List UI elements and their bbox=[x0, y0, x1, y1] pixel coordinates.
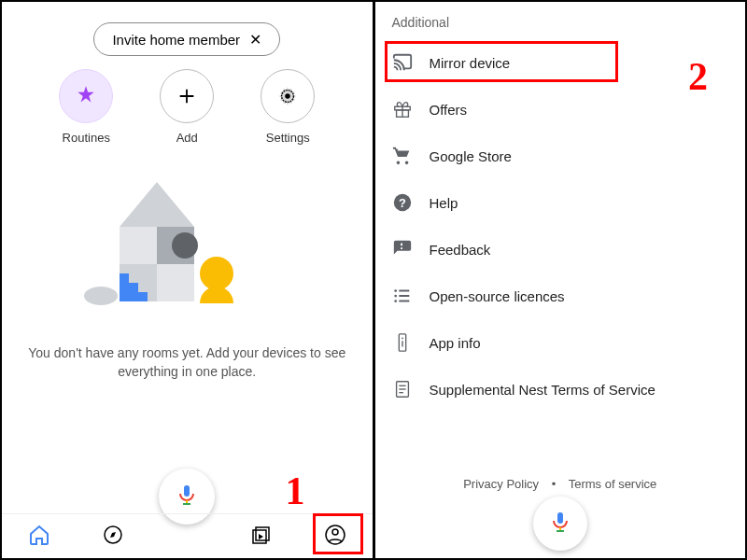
menu-label: Help bbox=[430, 195, 458, 211]
svg-rect-13 bbox=[256, 527, 269, 540]
settings-action[interactable]: Settings bbox=[250, 69, 325, 145]
svg-point-25 bbox=[402, 338, 403, 340]
voice-assistant-button[interactable] bbox=[533, 497, 587, 551]
nav-discover[interactable] bbox=[100, 524, 126, 550]
home-icon bbox=[28, 524, 50, 550]
plus-icon bbox=[160, 69, 214, 123]
menu-licences[interactable]: Open-source licences bbox=[375, 273, 746, 319]
menu-feedback[interactable]: Feedback bbox=[375, 226, 746, 273]
settings-label: Settings bbox=[266, 131, 310, 145]
annotation-box-1 bbox=[313, 513, 363, 554]
help-icon: ? bbox=[392, 192, 413, 213]
svg-point-23 bbox=[394, 300, 397, 302]
svg-rect-6 bbox=[157, 264, 194, 301]
separator-dot: • bbox=[552, 477, 557, 491]
menu-label: Supplemental Nest Terms of Service bbox=[430, 382, 655, 398]
section-title: Additional bbox=[375, 2, 746, 39]
menu-label: Feedback bbox=[430, 242, 491, 258]
feedback-icon bbox=[392, 239, 413, 259]
annotation-box-2 bbox=[385, 41, 618, 82]
nav-media[interactable] bbox=[248, 524, 275, 550]
svg-point-4 bbox=[172, 232, 198, 259]
invite-label: Invite home member bbox=[112, 32, 240, 48]
annotation-number-2: 2 bbox=[688, 54, 708, 99]
footer-links: Privacy Policy • Terms of service bbox=[375, 477, 746, 491]
menu-google-store[interactable]: Google Store bbox=[375, 133, 746, 179]
cart-icon bbox=[392, 146, 413, 166]
svg-point-8 bbox=[200, 257, 233, 290]
svg-rect-31 bbox=[557, 512, 563, 524]
svg-point-22 bbox=[394, 295, 397, 298]
add-label: Add bbox=[176, 131, 198, 145]
menu-label: Open-source licences bbox=[430, 288, 565, 304]
info-icon bbox=[392, 332, 413, 353]
add-action[interactable]: Add bbox=[149, 69, 224, 145]
svg-rect-2 bbox=[120, 227, 157, 264]
menu-help[interactable]: ? Help bbox=[375, 179, 746, 226]
home-screen: Invite home member ✕ Routines Add Set bbox=[2, 2, 373, 558]
mic-icon bbox=[176, 483, 198, 510]
menu-nest-terms[interactable]: Supplemental Nest Terms of Service bbox=[375, 366, 746, 413]
empty-home-illustration bbox=[84, 173, 289, 322]
menu-label: App info bbox=[430, 335, 481, 351]
menu-label: Offers bbox=[430, 102, 468, 118]
quick-actions-row: Routines Add Settings bbox=[2, 69, 373, 145]
routines-icon bbox=[59, 69, 113, 123]
mic-icon bbox=[549, 511, 571, 537]
empty-state-text: You don't have any rooms yet. Add your d… bbox=[22, 344, 352, 381]
svg-rect-9 bbox=[184, 485, 190, 497]
svg-point-21 bbox=[394, 289, 397, 292]
close-icon[interactable]: ✕ bbox=[249, 31, 261, 49]
routines-action[interactable]: Routines bbox=[49, 69, 123, 145]
compass-icon bbox=[102, 524, 124, 550]
nav-home[interactable] bbox=[26, 524, 52, 550]
svg-text:?: ? bbox=[399, 196, 406, 210]
privacy-policy-link[interactable]: Privacy Policy bbox=[463, 477, 539, 491]
gear-icon bbox=[261, 69, 315, 123]
account-menu-screen: Additional Mirror device Offers Google S… bbox=[375, 2, 746, 558]
svg-marker-1 bbox=[120, 182, 194, 227]
document-icon bbox=[392, 379, 413, 399]
media-icon bbox=[250, 524, 273, 550]
list-icon bbox=[392, 286, 413, 306]
annotation-number-1: 1 bbox=[286, 469, 305, 513]
routines-label: Routines bbox=[63, 131, 110, 145]
menu-label: Google Store bbox=[430, 148, 512, 164]
svg-point-7 bbox=[84, 287, 118, 305]
invite-home-member-chip[interactable]: Invite home member ✕ bbox=[93, 22, 280, 56]
terms-of-service-link[interactable]: Terms of service bbox=[569, 477, 657, 491]
gift-icon bbox=[392, 99, 413, 119]
menu-app-info[interactable]: App info bbox=[375, 319, 746, 366]
